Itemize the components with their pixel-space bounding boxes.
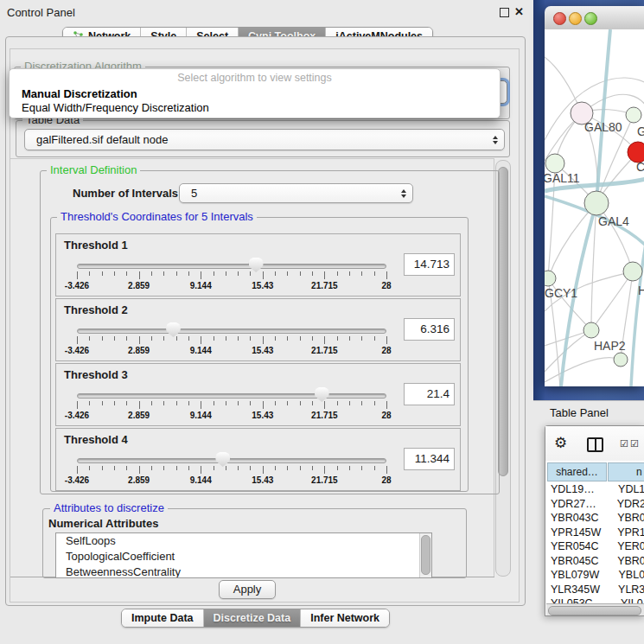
split-view-icon[interactable] <box>587 437 603 452</box>
cell-shared-name[interactable]: YLR345W <box>546 583 609 598</box>
network-node[interactable] <box>614 353 628 367</box>
slider-thumb[interactable] <box>215 452 230 467</box>
slider-track[interactable] <box>77 393 386 399</box>
zoom-traffic-icon[interactable] <box>584 12 597 25</box>
slider-thumb[interactable] <box>249 258 264 272</box>
tab-discretize-data[interactable]: Discretize Data <box>203 609 301 627</box>
tab-infer-network[interactable]: Infer Network <box>300 609 389 627</box>
close-panel-icon[interactable]: ✕ <box>514 5 524 18</box>
float-panel-icon[interactable] <box>500 8 509 17</box>
network-node[interactable] <box>623 262 642 281</box>
slider-thumb[interactable] <box>166 322 181 337</box>
cell-shared-name[interactable]: YBR045C <box>546 555 608 570</box>
tab-impute-data[interactable]: Impute Data <box>122 609 203 627</box>
table-data-combo[interactable]: galFiltered.sif default node <box>24 129 505 150</box>
cell-name[interactable]: YDR2 <box>608 498 644 513</box>
table-hscrollbar-thumb[interactable] <box>548 606 641 615</box>
tick-mark <box>126 466 127 470</box>
cell-shared-name[interactable]: YBL079W <box>546 569 609 583</box>
tick-mark <box>126 401 127 405</box>
network-canvas[interactable]: GAL80GACGAL11GAL4GCY1HHAP2 <box>545 29 644 386</box>
table-row[interactable]: YLR345WYLR3 <box>546 583 644 598</box>
tick-mark <box>238 336 239 341</box>
minimize-traffic-icon[interactable] <box>569 12 582 25</box>
tick-mark <box>312 336 313 341</box>
table-row[interactable]: YPR145WYPR1 <box>546 526 644 541</box>
apply-button[interactable]: Apply <box>219 580 276 599</box>
cell-name[interactable]: YPR1 <box>608 526 644 541</box>
close-traffic-icon[interactable] <box>553 12 566 25</box>
threshold-value-field[interactable]: 6.316 <box>404 318 455 341</box>
checkbox-icon[interactable]: ☑ <box>630 438 639 450</box>
slider-thumb[interactable] <box>315 387 329 402</box>
tick-mark <box>201 271 201 279</box>
network-view-window[interactable]: GAL80GACGAL11GAL4GCY1HHAP2 <box>545 6 644 386</box>
table-row[interactable]: YER054CYER0 <box>546 540 644 555</box>
tick-mark <box>188 466 189 470</box>
tick-label: 2.859 <box>128 346 150 355</box>
network-node[interactable] <box>626 107 641 123</box>
tick-mark <box>250 336 251 341</box>
tick-mark <box>102 336 103 341</box>
network-node[interactable] <box>545 271 556 286</box>
threshold-slider[interactable]: -3.4262.8599.14415.4321.71528 <box>77 322 386 360</box>
cell-name[interactable]: YLR3 <box>609 583 644 598</box>
list-scrollbar[interactable] <box>419 533 431 577</box>
algorithm-option-equal-width[interactable]: Equal Width/Frequency Discretization <box>22 101 209 114</box>
cell-name[interactable]: YBL0 <box>609 569 644 583</box>
threshold-slider[interactable]: -3.4262.8599.14415.4321.71528 <box>77 386 386 424</box>
numerical-attributes-list[interactable]: SelfLoopsTopologicalCoefficientBetweenne… <box>55 532 432 578</box>
threshold-value-field[interactable]: 11.344 <box>404 448 455 470</box>
tick-label: -3.426 <box>65 346 89 355</box>
threshold-value-field[interactable]: 21.4 <box>404 383 455 405</box>
combo-arrows-icon <box>401 189 406 198</box>
network-node[interactable] <box>545 154 564 173</box>
cell-shared-name[interactable]: YPR145W <box>546 526 608 541</box>
tick-label: -3.426 <box>65 475 89 485</box>
tick-mark <box>163 401 164 405</box>
column-header-shared-name[interactable]: shared… <box>547 462 607 481</box>
network-node[interactable] <box>584 191 609 215</box>
table-panel-window: ⚙ ☑ ☑ shared… n YDL19…YDL1YDR27…YDR2YBR0… <box>545 425 644 616</box>
table-row[interactable]: YBL079WYBL0 <box>546 569 644 583</box>
slider-track[interactable] <box>77 458 386 463</box>
cell-name[interactable]: YBR0 <box>608 555 644 570</box>
cell-shared-name[interactable]: YER054C <box>546 540 608 555</box>
list-scrollbar-thumb[interactable] <box>421 535 430 575</box>
table-row[interactable]: YDL19…YDL1 <box>546 483 644 498</box>
tick-mark <box>114 466 115 470</box>
table-row[interactable]: YDR27…YDR2 <box>546 498 644 513</box>
table-hscrollbar[interactable] <box>546 603 644 615</box>
table-row[interactable]: YBR045CYBR0 <box>546 555 644 570</box>
tick-label: 28 <box>381 281 391 290</box>
tick-mark <box>139 271 140 279</box>
num-intervals-combo[interactable]: 5 <box>179 183 413 203</box>
tick-mark <box>374 466 375 470</box>
cell-name[interactable]: YBR0 <box>608 512 644 526</box>
table-row[interactable]: YBR043CYBR0 <box>546 512 644 526</box>
attribute-list-item[interactable]: BetweennessCentrality <box>56 564 431 578</box>
network-window-titlebar[interactable] <box>545 6 644 30</box>
network-node[interactable] <box>583 322 599 338</box>
gear-icon[interactable]: ⚙ <box>554 434 567 451</box>
column-header-name[interactable]: n <box>608 462 644 481</box>
algorithm-option-manual[interactable]: Manual Discretization <box>22 87 137 100</box>
tick-mark <box>126 336 127 341</box>
threshold-slider[interactable]: -3.4262.8599.14415.4321.71528 <box>77 257 386 295</box>
checkbox-icon[interactable]: ☑ <box>620 438 628 450</box>
tick-mark <box>361 466 362 470</box>
threshold-slider[interactable]: -3.4262.8599.14415.4321.71528 <box>77 451 386 489</box>
cell-shared-name[interactable]: YDR27… <box>546 498 608 513</box>
tick-mark <box>226 401 226 405</box>
attribute-list-item[interactable]: TopologicalCoefficient <box>56 549 431 564</box>
tick-mark <box>386 336 387 344</box>
cell-shared-name[interactable]: YBR043C <box>546 512 608 526</box>
slider-track[interactable] <box>77 328 386 334</box>
cell-name[interactable]: YER0 <box>608 540 644 555</box>
tick-mark <box>324 271 325 279</box>
cell-name[interactable]: YDL1 <box>609 483 644 498</box>
threshold-value-field[interactable]: 14.713 <box>404 253 455 276</box>
cell-shared-name[interactable]: YDL19… <box>546 483 609 498</box>
attribute-list-item[interactable]: SelfLoops <box>56 533 431 549</box>
slider-track[interactable] <box>77 264 386 269</box>
